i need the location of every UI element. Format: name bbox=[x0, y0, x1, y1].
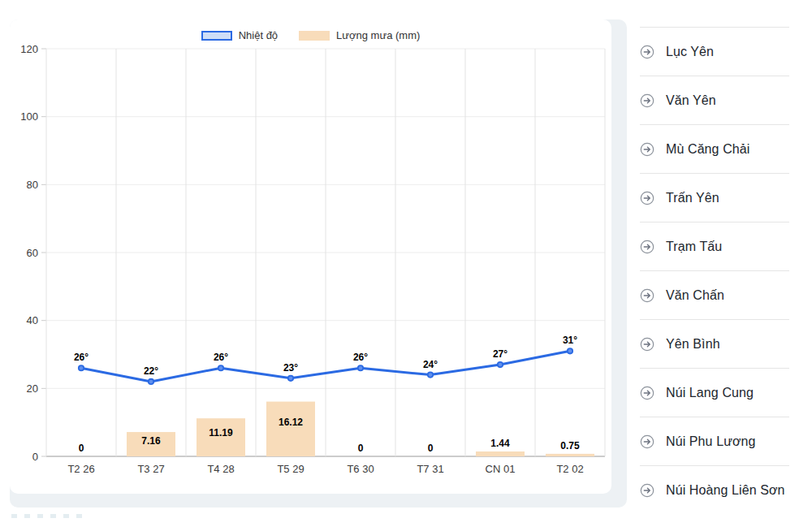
rain-bar bbox=[546, 454, 594, 456]
temperature-point bbox=[358, 365, 363, 370]
arrow-right-circle-icon bbox=[640, 45, 654, 59]
rain-value-label: 1.44 bbox=[490, 438, 510, 449]
sidebar-item[interactable]: Trạm Tấu bbox=[640, 222, 789, 271]
sidebar-item-label: Yên Bình bbox=[666, 337, 720, 352]
sidebar-item[interactable]: Núi Lang Cung bbox=[640, 369, 789, 417]
y-axis-label: 20 bbox=[27, 382, 38, 395]
temperature-label: 26° bbox=[214, 352, 228, 363]
arrow-right-circle-icon bbox=[640, 434, 654, 449]
sidebar-item[interactable]: Văn Chấn bbox=[640, 271, 789, 320]
temperature-point bbox=[428, 372, 433, 377]
x-axis-label: CN 01 bbox=[486, 463, 516, 475]
x-axis-label: T2 26 bbox=[67, 463, 94, 475]
y-axis-label: 100 bbox=[20, 110, 38, 123]
rain-value-label: 7.16 bbox=[141, 435, 161, 447]
location-links-sidebar: Lục Yên Văn Yên Mù Căng Chải Trấn Yên bbox=[640, 27, 789, 515]
sidebar-item[interactable]: Núi Phu Lương bbox=[640, 417, 789, 466]
x-axis-label: T4 28 bbox=[207, 463, 234, 475]
rain-value-label: 0 bbox=[428, 443, 434, 454]
temperature-point bbox=[218, 365, 223, 370]
rain-value-label: 0 bbox=[79, 443, 84, 454]
temperature-label: 26° bbox=[74, 352, 89, 363]
sidebar-item-label: Văn Chấn bbox=[666, 288, 724, 303]
x-axis-label: T6 30 bbox=[347, 463, 374, 475]
temperature-label: 22° bbox=[144, 365, 158, 377]
sidebar-item[interactable]: Trấn Yên bbox=[640, 174, 789, 222]
rain-bar bbox=[266, 402, 315, 456]
sidebar-item-label: Mù Căng Chải bbox=[666, 142, 749, 157]
temperature-label: 31° bbox=[563, 335, 577, 346]
sidebar-item[interactable]: Lục Yên bbox=[640, 28, 789, 76]
rain-bar bbox=[476, 451, 525, 456]
sidebar-item[interactable]: Yên Bình bbox=[640, 320, 789, 369]
temperature-point bbox=[498, 362, 503, 367]
arrow-right-circle-icon bbox=[640, 142, 654, 157]
page: Nhiệt độ Lượng mưa (mm) 0204060801001200… bbox=[0, 0, 812, 527]
decorative-dots bbox=[11, 514, 82, 518]
x-axis-label: T5 29 bbox=[277, 463, 304, 475]
temperature-point bbox=[79, 365, 84, 370]
sidebar-item[interactable]: Văn Yên bbox=[640, 76, 789, 125]
sidebar-item[interactable]: Núi Hoàng Liên Sơn bbox=[640, 466, 789, 515]
rain-value-label: 11.19 bbox=[209, 427, 233, 438]
x-axis-label: T3 27 bbox=[137, 463, 164, 475]
rain-value-label: 0.75 bbox=[560, 440, 580, 451]
temperature-point bbox=[288, 376, 293, 381]
sidebar-item-label: Núi Lang Cung bbox=[666, 386, 754, 400]
y-axis-label: 60 bbox=[27, 247, 38, 259]
sidebar-item-label: Lục Yên bbox=[666, 45, 714, 59]
legend-label: Nhiệt độ bbox=[239, 29, 278, 41]
temperature-label: 27° bbox=[493, 348, 508, 360]
sidebar-item-label: Núi Phu Lương bbox=[666, 434, 756, 449]
y-axis-label: 120 bbox=[20, 43, 38, 55]
sidebar-item-label: Trạm Tấu bbox=[666, 240, 722, 254]
rain-value-label: 0 bbox=[358, 443, 364, 454]
arrow-right-circle-icon bbox=[640, 386, 654, 400]
temperature-label: 23° bbox=[283, 362, 298, 374]
weather-chart: 02040608010012007.1611.1916.12001.440.75… bbox=[10, 19, 611, 494]
arrow-right-circle-icon bbox=[640, 483, 654, 498]
sidebar-item[interactable]: Mù Căng Chải bbox=[640, 125, 789, 174]
x-axis-label: T7 31 bbox=[417, 463, 443, 475]
y-axis-label: 80 bbox=[27, 179, 38, 191]
temperature-point bbox=[149, 379, 153, 384]
y-axis-label: 0 bbox=[32, 451, 38, 463]
sidebar-item-label: Trấn Yên bbox=[666, 191, 719, 205]
y-axis-label: 40 bbox=[27, 314, 38, 326]
temperature-point bbox=[568, 348, 572, 353]
legend-item[interactable]: Nhiệt độ bbox=[201, 29, 278, 41]
arrow-right-circle-icon bbox=[640, 288, 654, 303]
legend-swatch bbox=[201, 31, 232, 41]
chart-legend: Nhiệt độ Lượng mưa (mm) bbox=[10, 29, 611, 41]
arrow-right-circle-icon bbox=[640, 191, 654, 205]
arrow-right-circle-icon bbox=[640, 337, 654, 352]
sidebar-item-label: Văn Yên bbox=[666, 93, 716, 108]
sidebar-item-label: Núi Hoàng Liên Sơn bbox=[666, 483, 785, 498]
legend-label: Lượng mưa (mm) bbox=[336, 29, 420, 41]
rain-value-label: 16.12 bbox=[279, 417, 303, 428]
arrow-right-circle-icon bbox=[640, 240, 654, 254]
arrow-right-circle-icon bbox=[640, 93, 654, 108]
temperature-label: 26° bbox=[353, 352, 368, 363]
x-axis-label: T2 02 bbox=[556, 463, 583, 475]
temperature-label: 24° bbox=[423, 359, 438, 370]
legend-swatch bbox=[299, 31, 330, 41]
legend-item[interactable]: Lượng mưa (mm) bbox=[299, 29, 420, 41]
weather-chart-card: Nhiệt độ Lượng mưa (mm) 0204060801001200… bbox=[10, 19, 611, 494]
